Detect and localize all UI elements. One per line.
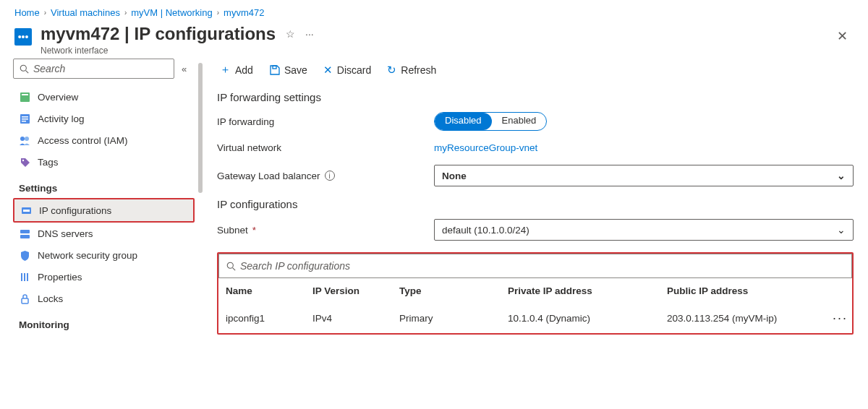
svg-rect-3 — [22, 94, 28, 95]
col-ipversion: IP Version — [312, 285, 399, 296]
label-virtual-network: Virtual network — [217, 142, 434, 153]
cell-name: ipconfig1 — [226, 313, 312, 324]
toggle-enabled[interactable]: Enabled — [492, 113, 547, 130]
save-button[interactable]: Save — [269, 63, 307, 77]
chevron-down-icon: ⌄ — [837, 224, 846, 236]
tags-icon — [19, 156, 30, 168]
table-row[interactable]: ipconfig1 IPv4 Primary 10.1.0.4 (Dynamic… — [218, 303, 852, 333]
col-name: Name — [226, 285, 312, 296]
breadcrumb-link[interactable]: Virtual machines — [51, 7, 120, 18]
refresh-icon: ↻ — [387, 64, 396, 77]
cell-public-ip: 203.0.113.254 (myVM-ip) — [667, 313, 826, 324]
sidebar-item-dns-servers[interactable]: DNS servers — [13, 223, 195, 244]
svg-rect-15 — [21, 273, 22, 281]
discard-icon: ✕ — [323, 64, 333, 77]
breadcrumb-link[interactable]: Home — [14, 7, 40, 18]
sidebar-item-tags[interactable]: Tags — [13, 151, 195, 173]
svg-point-0 — [20, 65, 26, 71]
sidebar-item-ip-configurations[interactable]: IP configurations — [13, 198, 195, 223]
svg-rect-17 — [27, 273, 28, 281]
search-icon — [226, 262, 236, 271]
svg-rect-5 — [22, 116, 28, 118]
sidebar-item-properties[interactable]: Properties — [13, 266, 195, 288]
subnet-dropdown[interactable]: default (10.1.0.0/24)⌄ — [434, 219, 854, 241]
properties-icon — [19, 271, 30, 283]
svg-line-1 — [26, 70, 29, 73]
more-icon[interactable]: ··· — [305, 28, 314, 40]
col-public-ip: Public IP address — [667, 285, 826, 296]
dns-icon — [19, 228, 30, 239]
save-icon — [269, 64, 280, 75]
toggle-disabled[interactable]: Disabled — [435, 113, 492, 130]
info-icon[interactable]: i — [325, 171, 335, 181]
iam-icon — [19, 134, 30, 146]
virtual-network-link[interactable]: myResourceGroup-vnet — [434, 142, 537, 153]
collapse-sidebar-icon[interactable]: « — [182, 64, 195, 74]
resource-icon: ••• — [14, 28, 32, 46]
svg-rect-18 — [22, 298, 28, 303]
breadcrumb: Home› Virtual machines› myVM | Networkin… — [0, 0, 868, 18]
refresh-button[interactable]: ↻Refresh — [387, 63, 436, 77]
page-subtitle: Network interface — [41, 46, 276, 56]
svg-line-21 — [233, 267, 236, 270]
sidebar-section-monitoring: Monitoring — [13, 309, 195, 335]
svg-rect-7 — [22, 121, 26, 122]
label-subnet: Subnet* — [217, 225, 434, 236]
svg-rect-13 — [20, 230, 30, 233]
sidebar-item-network-security-group[interactable]: Network security group — [13, 244, 195, 266]
svg-rect-12 — [23, 210, 30, 212]
activity-log-icon — [19, 113, 30, 124]
svg-rect-14 — [20, 235, 30, 238]
sidebar-item-access-control[interactable]: Access control (IAM) — [13, 129, 195, 151]
add-button[interactable]: ＋Add — [220, 63, 253, 77]
page-title: myvm472 | IP configurations — [41, 24, 276, 44]
search-icon — [20, 64, 29, 74]
svg-rect-6 — [22, 119, 28, 120]
sidebar-search-input[interactable]: Search — [13, 59, 174, 79]
toolbar: ＋Add Save ✕Discard ↻Refresh — [217, 59, 854, 87]
svg-rect-16 — [24, 273, 25, 281]
page-header: ••• myvm472 | IP configurations Network … — [0, 18, 868, 59]
main-content: ＋Add Save ✕Discard ↻Refresh IP forwardin… — [203, 59, 868, 402]
section-ip-configurations: IP configurations — [217, 198, 854, 210]
row-more-icon[interactable]: ··· — [826, 311, 848, 326]
ipconfig-icon — [20, 204, 32, 216]
overview-icon — [19, 91, 30, 103]
ip-forwarding-toggle[interactable]: Disabled Enabled — [434, 112, 547, 131]
discard-button[interactable]: ✕Discard — [323, 63, 371, 77]
gateway-lb-dropdown[interactable]: None⌄ — [434, 165, 854, 186]
breadcrumb-link[interactable]: myVM | Networking — [131, 7, 212, 18]
sidebar-item-locks[interactable]: Locks — [13, 288, 195, 309]
svg-rect-19 — [273, 66, 276, 69]
label-ip-forwarding: IP forwarding — [217, 116, 434, 127]
cell-ipversion: IPv4 — [312, 313, 399, 324]
chevron-down-icon: ⌄ — [837, 170, 846, 181]
label-gateway-lb: Gateway Load balanceri — [217, 171, 434, 181]
svg-point-8 — [20, 137, 25, 141]
favorite-icon[interactable]: ☆ — [286, 28, 295, 40]
ip-config-table: Search IP configurations Name IP Version… — [217, 252, 854, 335]
plus-icon: ＋ — [220, 63, 231, 77]
svg-point-9 — [25, 137, 29, 141]
cell-type: Primary — [399, 313, 508, 324]
svg-point-20 — [227, 262, 233, 268]
locks-icon — [19, 293, 30, 304]
sidebar-section-settings: Settings — [13, 173, 195, 198]
sidebar-item-activity-log[interactable]: Activity log — [13, 108, 195, 129]
svg-rect-2 — [20, 92, 30, 102]
section-ip-forwarding: IP forwarding settings — [217, 91, 854, 103]
nsg-icon — [19, 249, 30, 261]
col-type: Type — [399, 285, 508, 296]
col-private-ip: Private IP address — [508, 285, 667, 296]
sidebar: Search « Overview Activity log Access co… — [0, 59, 203, 402]
breadcrumb-link[interactable]: myvm472 — [224, 7, 264, 18]
table-search-input[interactable]: Search IP configurations — [218, 254, 852, 278]
close-icon[interactable]: ✕ — [837, 28, 854, 44]
table-header: Name IP Version Type Private IP address … — [218, 278, 852, 303]
sidebar-item-overview[interactable]: Overview — [13, 86, 195, 108]
svg-point-10 — [22, 159, 23, 160]
cell-private-ip: 10.1.0.4 (Dynamic) — [508, 313, 667, 324]
